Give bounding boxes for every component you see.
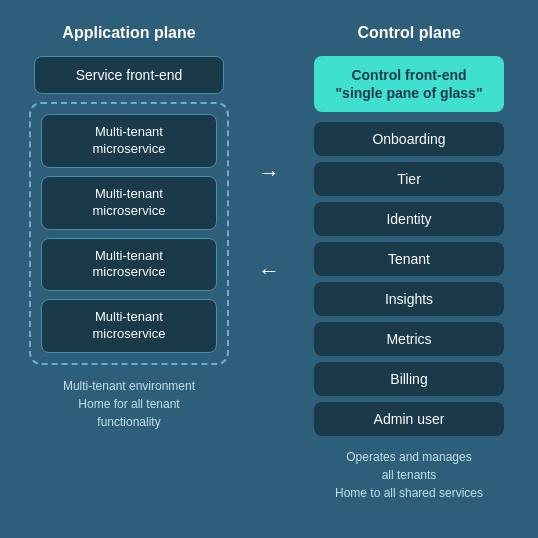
control-frontend-line1: Control front-end [351, 67, 466, 83]
right-arrow-icon: → [258, 162, 280, 184]
app-footnote-line2: Home for all tenant [78, 397, 179, 411]
control-plane-footnote: Operates and manages all tenants Home to… [335, 448, 483, 502]
service-metrics: Metrics [314, 322, 504, 356]
microservice-1: Multi-tenantmicroservice [41, 114, 217, 168]
control-frontend-line2: "single pane of glass" [335, 85, 482, 101]
service-onboarding: Onboarding [314, 122, 504, 156]
application-plane: Application plane Service front-end Mult… [20, 24, 238, 431]
service-identity: Identity [314, 202, 504, 236]
control-footnote-line2: all tenants [382, 468, 437, 482]
control-footnote-line3: Home to all shared services [335, 486, 483, 500]
left-arrow-icon: ← [258, 260, 280, 282]
service-tier: Tier [314, 162, 504, 196]
app-plane-footnote: Multi-tenant environment Home for all te… [63, 377, 195, 431]
microservice-4: Multi-tenantmicroservice [41, 299, 217, 353]
app-plane-title: Application plane [62, 24, 195, 42]
columns-layout: Application plane Service front-end Mult… [20, 24, 518, 522]
control-footnote-line1: Operates and manages [346, 450, 471, 464]
control-plane: Control plane Control front-end "single … [300, 24, 518, 502]
service-insights: Insights [314, 282, 504, 316]
microservices-container: Multi-tenantmicroservice Multi-tenantmic… [29, 102, 229, 365]
arrows-column: → ← [254, 24, 284, 282]
app-footnote-line3: functionality [97, 415, 160, 429]
control-frontend-box: Control front-end "single pane of glass" [314, 56, 504, 112]
control-plane-title: Control plane [357, 24, 460, 42]
service-frontend-box: Service front-end [34, 56, 224, 94]
control-services-list: Onboarding Tier Identity Tenant Insights… [314, 122, 504, 436]
main-container: Application plane Service front-end Mult… [0, 0, 538, 538]
app-footnote-line1: Multi-tenant environment [63, 379, 195, 393]
service-admin-user: Admin user [314, 402, 504, 436]
service-tenant: Tenant [314, 242, 504, 276]
microservice-3: Multi-tenantmicroservice [41, 238, 217, 292]
microservice-2: Multi-tenantmicroservice [41, 176, 217, 230]
service-billing: Billing [314, 362, 504, 396]
